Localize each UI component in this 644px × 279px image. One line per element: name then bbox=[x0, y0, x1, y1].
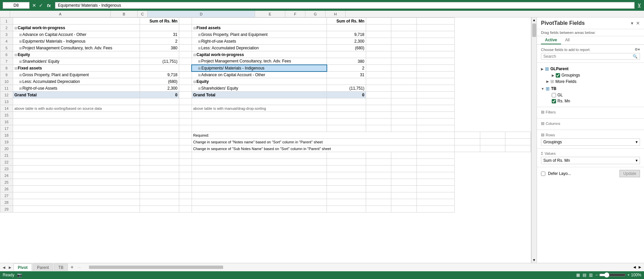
cell-a24[interactable] bbox=[13, 172, 140, 179]
view-normal-icon[interactable]: ▦ bbox=[576, 273, 580, 277]
cell-h16[interactable] bbox=[416, 119, 454, 125]
cell-h8[interactable] bbox=[416, 65, 454, 72]
cell-g29[interactable] bbox=[391, 206, 417, 213]
cell-a7[interactable]: ⊞Shareholders' Equity bbox=[13, 58, 140, 65]
cell-a5[interactable]: ⊞Project Management Consultancy, tech. A… bbox=[13, 45, 140, 51]
cell-h21[interactable] bbox=[416, 152, 454, 159]
groupings-checkbox[interactable] bbox=[556, 73, 560, 78]
cell-h15[interactable] bbox=[416, 112, 454, 119]
cell-f23[interactable] bbox=[366, 166, 391, 172]
cell-e5[interactable]: (680) bbox=[327, 45, 366, 51]
collapse-icon[interactable]: ⊻ bbox=[637, 2, 641, 9]
cell-c24[interactable] bbox=[179, 172, 192, 179]
cell-c12[interactable] bbox=[179, 92, 192, 98]
cell-a19[interactable] bbox=[13, 139, 140, 145]
cell-f1[interactable] bbox=[366, 18, 391, 25]
formula-bar[interactable] bbox=[55, 2, 635, 9]
cell-e15[interactable] bbox=[327, 112, 366, 119]
cell-a21[interactable] bbox=[13, 152, 140, 159]
h-scroll-thumb[interactable] bbox=[89, 266, 223, 269]
cell-c2[interactable] bbox=[179, 25, 192, 31]
cell-e27[interactable] bbox=[327, 192, 366, 199]
cell-e12[interactable]: 0 bbox=[327, 92, 366, 98]
cell-h24[interactable] bbox=[416, 172, 454, 179]
cell-e9[interactable]: 31 bbox=[327, 72, 366, 78]
cell-b9[interactable]: 9,718 bbox=[140, 72, 179, 78]
cell-d15[interactable] bbox=[192, 112, 327, 119]
cell-b11[interactable]: 2,300 bbox=[140, 85, 179, 92]
cell-b8[interactable] bbox=[140, 65, 179, 72]
cell-a11[interactable]: ⊞Right-of-use Assets bbox=[13, 85, 140, 92]
settings-gear-icon[interactable]: ⚙▾ bbox=[635, 47, 640, 52]
cell-a15[interactable] bbox=[13, 112, 140, 119]
cell-f16[interactable] bbox=[366, 119, 391, 125]
cell-c9[interactable] bbox=[179, 72, 192, 78]
cell-e10[interactable] bbox=[327, 78, 366, 85]
cell-g25[interactable] bbox=[391, 179, 417, 186]
cell-h28[interactable] bbox=[416, 199, 454, 206]
cell-b5[interactable]: 380 bbox=[140, 45, 179, 51]
cell-h19[interactable] bbox=[505, 139, 531, 145]
pivot-search-input[interactable] bbox=[543, 54, 633, 59]
add-sheet-button[interactable]: + bbox=[68, 263, 76, 271]
cell-b13[interactable] bbox=[140, 98, 179, 105]
sheet-nav-left[interactable]: ◀ bbox=[1, 265, 7, 270]
cell-h7[interactable] bbox=[416, 58, 454, 65]
cell-e24[interactable] bbox=[327, 172, 366, 179]
cell-e13[interactable] bbox=[327, 98, 366, 105]
pivot-dropdown-icon[interactable]: ▾ bbox=[631, 20, 633, 26]
cell-d19[interactable]: Change in sequence of "Notes name" based… bbox=[192, 139, 416, 145]
cell-d14[interactable]: above table is with manual/drag-drop-sor… bbox=[192, 105, 327, 112]
cell-c5[interactable] bbox=[179, 45, 192, 51]
cell-c22[interactable] bbox=[179, 159, 192, 166]
cell-g26[interactable] bbox=[391, 186, 417, 192]
cell-f8[interactable] bbox=[366, 65, 391, 72]
cell-g9[interactable] bbox=[391, 72, 417, 78]
cell-b10[interactable]: (680) bbox=[140, 78, 179, 85]
cell-b19[interactable] bbox=[140, 139, 179, 145]
cell-a8[interactable]: ⊟Fixed assets bbox=[13, 65, 140, 72]
sheet-tab-parent[interactable]: Parent bbox=[33, 264, 53, 271]
cell-g15[interactable] bbox=[391, 112, 417, 119]
cell-f25[interactable] bbox=[366, 179, 391, 186]
sheet-tab-pivot[interactable]: Pivot bbox=[13, 264, 32, 271]
cell-h2[interactable] bbox=[416, 25, 454, 31]
cell-f20[interactable] bbox=[455, 145, 480, 152]
scroll-right-btn[interactable]: ▶ bbox=[637, 265, 643, 270]
cell-a28[interactable] bbox=[13, 199, 140, 206]
cell-h22[interactable] bbox=[416, 159, 454, 166]
cell-c15[interactable] bbox=[179, 112, 192, 119]
cell-f24[interactable] bbox=[366, 172, 391, 179]
tab-active[interactable]: Active bbox=[541, 36, 561, 44]
cell-g28[interactable] bbox=[391, 199, 417, 206]
cell-e22[interactable] bbox=[327, 159, 366, 166]
cell-b1[interactable]: Sum of Rs. Mn bbox=[140, 18, 179, 25]
sheet-tab-tb[interactable]: TB bbox=[54, 264, 68, 271]
cell-g1[interactable] bbox=[391, 18, 417, 25]
more-fields-item[interactable]: ▶ ⊞ More Fields bbox=[541, 78, 640, 85]
cell-c29[interactable] bbox=[179, 206, 192, 213]
cell-d3[interactable]: ⊞Gross Property, Plant and Equipment bbox=[192, 31, 327, 38]
cell-b16[interactable] bbox=[140, 119, 179, 125]
rsmn-checkbox[interactable] bbox=[552, 99, 556, 103]
col-header-c[interactable]: C bbox=[138, 11, 148, 17]
view-page-break-icon[interactable]: ▥ bbox=[589, 273, 593, 277]
cell-d7[interactable]: ⊞Project Management Consultancy, tech. A… bbox=[192, 58, 327, 65]
cell-d11[interactable]: ⊞Shareholders' Equity bbox=[192, 85, 327, 92]
cell-d8[interactable]: ⊞Equipments/ Materials - Indigenous bbox=[192, 65, 327, 72]
scroll-track[interactable] bbox=[532, 23, 537, 258]
cell-c20[interactable] bbox=[179, 145, 192, 152]
cell-h14[interactable] bbox=[416, 105, 454, 112]
cell-h5[interactable] bbox=[416, 45, 454, 51]
cell-f17[interactable] bbox=[366, 125, 391, 132]
cell-e6[interactable] bbox=[327, 51, 366, 58]
cell-c6[interactable] bbox=[179, 51, 192, 58]
cell-e1[interactable]: Sum of Rs. Mn bbox=[327, 18, 366, 25]
cell-e4[interactable]: 2,300 bbox=[327, 38, 366, 45]
cell-b20[interactable] bbox=[140, 145, 179, 152]
cell-f19[interactable] bbox=[455, 139, 480, 145]
cell-f29[interactable] bbox=[366, 206, 391, 213]
cell-e28[interactable] bbox=[327, 199, 366, 206]
pivot-close-icon[interactable]: ✕ bbox=[636, 20, 640, 26]
cell-b29[interactable] bbox=[140, 206, 179, 213]
